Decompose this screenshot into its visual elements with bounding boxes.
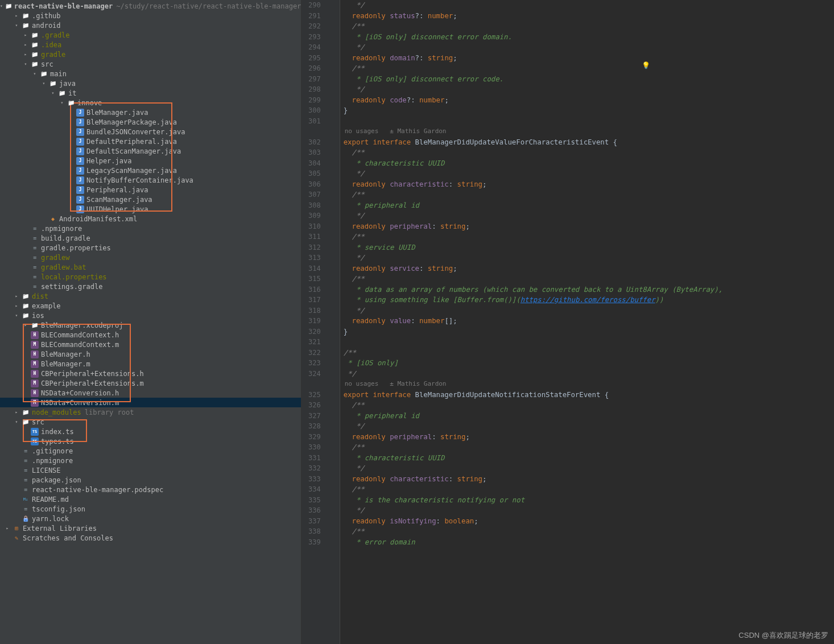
code-line[interactable]: export interface BleManagerDidUpdateNoti… — [344, 390, 834, 401]
code-line[interactable]: /** — [344, 63, 834, 74]
tree-item--gradle[interactable]: ▸.gradle — [0, 30, 301, 40]
tree-item-innove[interactable]: ▾innove — [0, 98, 301, 108]
code-line[interactable]: /** — [344, 232, 834, 242]
chevron-down-icon[interactable]: ▾ — [23, 61, 28, 67]
tree-item-gradlew-bat[interactable]: gradlew.bat — [0, 262, 301, 272]
tree-item-notifybuffercontainer-java[interactable]: NotifyBufferContainer.java — [0, 175, 301, 185]
tree-item-src[interactable]: ▾src — [0, 59, 301, 69]
code-line[interactable]: */ — [344, 42, 834, 53]
code-line[interactable]: * [iOS only] disconnect error code. — [344, 74, 834, 85]
tree-item-blemanagerpackage-java[interactable]: BleManagerPackage.java — [0, 117, 301, 127]
code-line[interactable]: * peripheral id — [344, 200, 834, 211]
tree-item-build-gradle[interactable]: build.gradle — [0, 233, 301, 243]
tree-item-node-modules[interactable]: ▸node_moduleslibrary root — [0, 407, 301, 417]
tree-item-readme-md[interactable]: README.md — [0, 494, 301, 504]
chevron-right-icon[interactable]: ▸ — [23, 32, 28, 38]
code-line[interactable]: */ — [344, 84, 834, 95]
code-line[interactable]: * data as an array of numbers (which can… — [344, 284, 834, 295]
code-line[interactable]: readonly status?: number; — [344, 11, 834, 22]
code-line[interactable] — [344, 337, 834, 348]
code-line[interactable]: readonly characteristic: string; — [344, 474, 834, 485]
tree-item-java[interactable]: ▾java — [0, 79, 301, 88]
code-line[interactable]: * service UUID — [344, 242, 834, 253]
tree-item-defaultscanmanager-java[interactable]: DefaultScanManager.java — [0, 146, 301, 156]
tree-item-blecommandcontext-h[interactable]: BLECommandContext.h — [0, 330, 301, 340]
code-line[interactable]: */ — [344, 253, 834, 263]
tree-item--gitignore[interactable]: .gitignore — [0, 446, 301, 456]
code-line[interactable]: /** — [344, 274, 834, 284]
code-line[interactable]: readonly code?: number; — [344, 95, 834, 106]
tree-item-blemanager-xcodeproj[interactable]: ▸BleManager.xcodeproj — [0, 320, 301, 330]
code-line[interactable]: */ — [344, 505, 834, 516]
chevron-right-icon[interactable]: ▸ — [5, 526, 10, 531]
code-line[interactable]: */ — [344, 168, 834, 179]
code-line[interactable]: /** — [344, 348, 834, 358]
tree-item-src[interactable]: ▾src — [0, 417, 301, 427]
code-line[interactable]: } — [344, 105, 834, 116]
code-line[interactable]: * [iOS only] disconnect error domain. — [344, 32, 834, 43]
code-line[interactable]: * characteristic UUID — [344, 158, 834, 169]
code-line[interactable]: */ — [344, 306, 834, 316]
tree-item-license[interactable]: LICENSE — [0, 465, 301, 475]
tree-item-helper-java[interactable]: Helper.java — [0, 156, 301, 166]
code-line[interactable]: /** — [344, 21, 834, 32]
tree-item-types-ts[interactable]: types.ts — [0, 436, 301, 446]
tree-item--npmignore[interactable]: .npmignore — [0, 456, 301, 465]
intention-bulb-icon[interactable]: 💡 — [642, 61, 650, 69]
code-line[interactable]: readonly service: string; — [344, 263, 834, 274]
tree-item-defaultperipheral-java[interactable]: DefaultPeripheral.java — [0, 137, 301, 146]
chevron-right-icon[interactable]: ▸ — [14, 303, 19, 308]
code-line[interactable]: */ — [344, 463, 834, 474]
code-line[interactable]: */ — [344, 369, 834, 379]
tree-item-dist[interactable]: ▸dist — [0, 291, 301, 301]
tree-item-nsdata-conversion-h[interactable]: NSData+Conversion.h — [0, 388, 301, 398]
tree-item-bundlejsonconverter-java[interactable]: BundleJSONConverter.java — [0, 127, 301, 137]
code-line[interactable]: readonly isNotifying: boolean; — [344, 516, 834, 527]
code-line[interactable]: * using something like [Buffer.from()](h… — [344, 295, 834, 306]
code-line[interactable]: * characteristic UUID — [344, 453, 834, 464]
code-line[interactable]: /** — [344, 484, 834, 495]
code-line[interactable]: /** — [344, 400, 834, 411]
code-line[interactable]: readonly peripheral: string; — [344, 221, 834, 232]
chevron-right-icon[interactable]: ▸ — [23, 42, 28, 47]
tree-item-cbperipheral-extensions-h[interactable]: CBPeripheral+Extensions.h — [0, 369, 301, 378]
code-line[interactable]: /** — [344, 442, 834, 453]
code-line[interactable]: */ — [344, 421, 834, 432]
code-usage-hint[interactable]: no usages ± Mathis Gardon — [344, 126, 834, 137]
code-usage-hint[interactable]: no usages ± Mathis Gardon — [344, 379, 834, 390]
tree-item-gradlew[interactable]: gradlew — [0, 253, 301, 262]
code-line[interactable]: /** — [344, 526, 834, 537]
chevron-down-icon[interactable]: ▾ — [14, 419, 19, 424]
code-line[interactable]: */ — [344, 210, 834, 221]
chevron-right-icon[interactable]: ▸ — [23, 52, 28, 57]
tree-item-index-ts[interactable]: index.ts — [0, 427, 301, 436]
tree-item-androidmanifest-xml[interactable]: AndroidManifest.xml — [0, 214, 301, 224]
tree-item-gradle[interactable]: ▸gradle — [0, 49, 301, 59]
tree-item-nsdata-conversion-m[interactable]: NSData+Conversion.m — [0, 398, 301, 407]
tree-item-local-properties[interactable]: local.properties — [0, 272, 301, 282]
code-line[interactable]: /** — [344, 189, 834, 200]
code-line[interactable]: } — [344, 327, 834, 337]
fold-column[interactable] — [332, 0, 340, 644]
code-line[interactable]: * is the characteristic notifying or not — [344, 495, 834, 506]
code-line[interactable]: readonly characteristic: string; — [344, 179, 834, 190]
code-line[interactable]: readonly domain?: string; — [344, 53, 834, 64]
chevron-down-icon[interactable]: ▾ — [50, 90, 56, 96]
code-area[interactable]: */ readonly status?: number; /** * [iOS … — [340, 0, 834, 644]
tree-item-android[interactable]: ▾android — [0, 20, 301, 30]
chevron-right-icon[interactable]: ▸ — [14, 410, 19, 415]
chevron-right-icon[interactable]: ▸ — [14, 13, 19, 18]
code-line[interactable]: readonly value: number[]; — [344, 316, 834, 327]
tree-item-scratches-and-consoles[interactable]: Scratches and Consoles — [0, 533, 301, 543]
tree-item-react-native-ble-manager-podspec[interactable]: react-native-ble-manager.podspec — [0, 485, 301, 494]
tree-item-it[interactable]: ▾it — [0, 88, 301, 98]
tree-item-settings-gradle[interactable]: settings.gradle — [0, 282, 301, 291]
code-line[interactable]: */ — [344, 0, 834, 11]
tree-item-uuidhelper-java[interactable]: UUIDHelper.java — [0, 204, 301, 214]
chevron-right-icon[interactable]: ▸ — [23, 323, 28, 328]
tree-item--npmignore[interactable]: .npmignore — [0, 224, 301, 233]
chevron-down-icon[interactable]: ▾ — [41, 81, 47, 86]
code-line[interactable]: export interface BleManagerDidUpdateValu… — [344, 137, 834, 148]
tree-item-cbperipheral-extensions-m[interactable]: CBPeripheral+Extensions.m — [0, 378, 301, 388]
chevron-right-icon[interactable]: ▸ — [14, 294, 19, 299]
